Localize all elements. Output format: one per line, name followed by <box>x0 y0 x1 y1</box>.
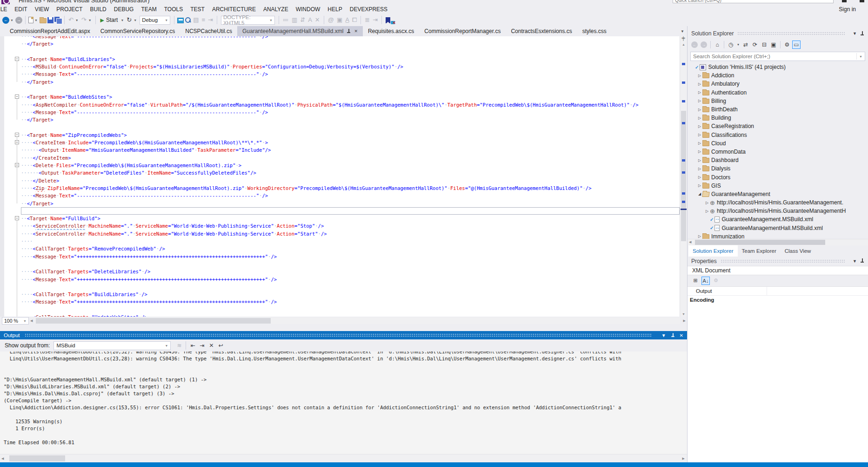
format-document-icon[interactable]: ▤ <box>192 16 200 24</box>
pending-changes-filter-icon[interactable]: ◷ <box>727 41 735 49</box>
categorized-icon[interactable]: ⊞ <box>691 277 700 285</box>
menu-item-view[interactable]: VIEW <box>31 5 53 14</box>
alphabetical-icon[interactable]: A↓ <box>701 277 710 285</box>
menu-item-devexpress[interactable]: DEVEXPRESS <box>346 5 391 14</box>
doctype-dropdown[interactable]: DOCTYPE: XHTML5▼ <box>221 16 275 25</box>
fold-toggle-icon[interactable]: − <box>15 216 19 220</box>
tab-GuaranteeManagementHall.MSBuild.xml[interactable]: GuaranteeManagementHall.MSBuild.xml✕ <box>237 26 363 36</box>
back-icon[interactable]: ← <box>691 41 698 48</box>
menu-item-team[interactable]: TEAM <box>137 5 160 14</box>
lowercase-icon[interactable]: A̲ <box>344 16 350 24</box>
collapse-arrow-icon[interactable]: ◢ <box>697 192 702 196</box>
properties-icon[interactable]: ⚙ <box>783 41 791 49</box>
editor-horizontal-scrollbar[interactable] <box>34 318 680 324</box>
scroll-left-icon[interactable]: ◀ <box>0 457 5 460</box>
save-icon[interactable] <box>47 17 53 23</box>
expand-arrow-icon[interactable]: ▷ <box>697 108 702 112</box>
property-pages-icon[interactable]: ⚙ <box>712 277 720 285</box>
preview-selected-items-icon[interactable]: ▭ <box>792 41 801 49</box>
minimize-button[interactable] <box>842 0 847 2</box>
collapse-all-icon[interactable]: ⊟ <box>760 41 768 49</box>
tree-item-Solution 'Hmis.IIS' (41 projects)[interactable]: ✓Solution 'Hmis.IIS' (41 projects) <box>688 63 868 71</box>
switch-views-icon[interactable]: ⇄ <box>741 41 750 49</box>
menu-item-test[interactable]: TEST <box>187 5 208 14</box>
tree-item-CommonData[interactable]: ▷CommonData <box>688 148 868 156</box>
message-options-icon[interactable]: ≋ <box>174 342 184 349</box>
scroll-down-icon[interactable]: ▼ <box>680 312 687 316</box>
expand-arrow-icon[interactable]: ▷ <box>697 158 702 162</box>
tool-tab-Solution Explorer[interactable]: Solution Explorer <box>688 245 738 257</box>
close-icon[interactable]: ✕ <box>680 333 683 338</box>
tree-item-Building[interactable]: ▷Building <box>688 114 868 122</box>
expand-arrow-icon[interactable]: ▷ <box>697 116 702 120</box>
toggle-bookmark-icon[interactable] <box>386 17 390 23</box>
code-editor[interactable]: −−−−−− ····<Message·Text="--------------… <box>0 36 687 317</box>
scroll-up-icon[interactable]: ▲ <box>680 43 687 46</box>
goto-next-message-icon[interactable]: ⇥ <box>198 342 207 349</box>
hierarchy-icon[interactable]: ⇵ <box>299 16 306 24</box>
tree-item-Cloud[interactable]: ▷Cloud <box>688 139 868 148</box>
page-inspector-icon[interactable] <box>177 18 184 23</box>
output-panel-header[interactable]: Output ▼ ✕ <box>0 331 687 339</box>
tool-tab-Team Explorer[interactable]: Team Explorer <box>738 245 781 257</box>
menu-item-debug[interactable]: DEBUG <box>110 5 138 14</box>
tree-item-Immunization[interactable]: ▷Immunization <box>688 232 868 239</box>
fold-toggle-icon[interactable]: − <box>15 133 19 137</box>
tree-item-Ambulatory[interactable]: ▷Ambulatory <box>688 80 868 88</box>
forward-icon[interactable]: → <box>701 41 707 48</box>
scrollbar-thumb[interactable] <box>681 111 686 241</box>
tab-ContractsEsxtensions.cs[interactable]: ContractsEsxtensions.cs <box>506 26 577 36</box>
tree-item-GuaranteeManagementHall.MSBuild.xml[interactable]: ✓<>GuaranteeManagementHall.MSBuild.xml <box>688 224 868 232</box>
bullet-list-icon[interactable]: ≔ <box>282 16 290 24</box>
tab-CommissionReportAddEdit.aspx[interactable]: CommissionReportAddEdit.aspx <box>5 26 95 36</box>
menu-item-project[interactable]: PROJECT <box>53 5 86 14</box>
format-selection-icon[interactable]: ▥ <box>291 16 298 24</box>
properties-object-dropdown[interactable]: XML Document <box>688 266 868 275</box>
pin-icon[interactable] <box>671 333 675 338</box>
scrollbar-thumb[interactable] <box>695 240 825 245</box>
tab-overflow-icon[interactable]: ▼ <box>681 29 684 34</box>
attribute-icon[interactable]: ▣ <box>336 16 343 24</box>
expand-arrow-icon[interactable]: ▷ <box>697 74 702 78</box>
remove-formatting-icon[interactable]: ✕ <box>314 16 321 24</box>
nav-back-dropdown-icon[interactable]: ▼ <box>10 19 13 22</box>
expand-arrow-icon[interactable]: ▷ <box>697 234 702 238</box>
pin-icon[interactable] <box>347 29 351 34</box>
expand-arrow-icon[interactable]: ▷ <box>697 167 702 171</box>
save-all-icon[interactable] <box>54 17 61 23</box>
start-debugging-button[interactable]: ▶Start <box>99 17 120 23</box>
refresh-icon[interactable]: ⟳ <box>751 41 759 49</box>
tree-item-Doctors[interactable]: ▷Doctors <box>688 173 868 181</box>
redo-icon[interactable]: ↷ <box>80 16 87 24</box>
scrollbar-thumb[interactable] <box>9 455 65 461</box>
start-dropdown-icon[interactable]: ▼ <box>120 19 124 22</box>
pin-icon[interactable] <box>860 258 864 264</box>
sign-in-link[interactable]: Sign in <box>839 6 856 13</box>
expand-arrow-icon[interactable]: ▷ <box>704 201 710 205</box>
expand-arrow-icon[interactable]: ▷ <box>697 175 702 179</box>
comment-icon[interactable]: @ <box>327 16 335 24</box>
new-file-dropdown-icon[interactable]: ▼ <box>34 19 38 22</box>
scroll-left-icon[interactable]: ◀ <box>29 319 34 323</box>
show-all-files-icon[interactable]: ▣ <box>769 41 778 49</box>
tree-horizontal-scrollbar[interactable]: ◀ <box>688 239 868 245</box>
tree-item-GuaranteeManagement[interactable]: ◢GuaranteeManagement <box>688 190 868 198</box>
scroll-left-icon[interactable]: ◀ <box>688 240 693 244</box>
tab-Requisites.ascx.cs[interactable]: Requisites.ascx.cs <box>363 26 419 36</box>
editor-vertical-scrollbar[interactable]: ╪ ▲ ▼ <box>680 36 687 317</box>
expand-arrow-icon[interactable]: ▷ <box>697 82 702 86</box>
output-content[interactable]: Linq\Utils\UserManagementDbUtil.cs(20,32… <box>0 352 687 454</box>
menu-item-file[interactable]: FILE <box>0 5 11 14</box>
menu-item-analyze[interactable]: ANALYZE <box>260 5 292 14</box>
fold-toggle-icon[interactable]: − <box>15 95 19 99</box>
window-position-icon[interactable]: ▼ <box>853 31 857 36</box>
quick-launch-box[interactable] <box>673 0 834 3</box>
tree-item-Dashboard[interactable]: ▷Dashboard <box>688 156 868 164</box>
menu-item-window[interactable]: WINDOW <box>292 5 324 14</box>
close-button[interactable] <box>860 0 864 2</box>
solution-search-box[interactable]: ▼ <box>690 52 865 61</box>
close-icon[interactable]: ✕ <box>354 26 358 36</box>
zoom-level-dropdown[interactable]: 100 % ▼ <box>2 317 29 325</box>
new-file-icon[interactable] <box>28 17 33 23</box>
tree-item-BirthDeath[interactable]: ▷BirthDeath <box>688 105 868 114</box>
